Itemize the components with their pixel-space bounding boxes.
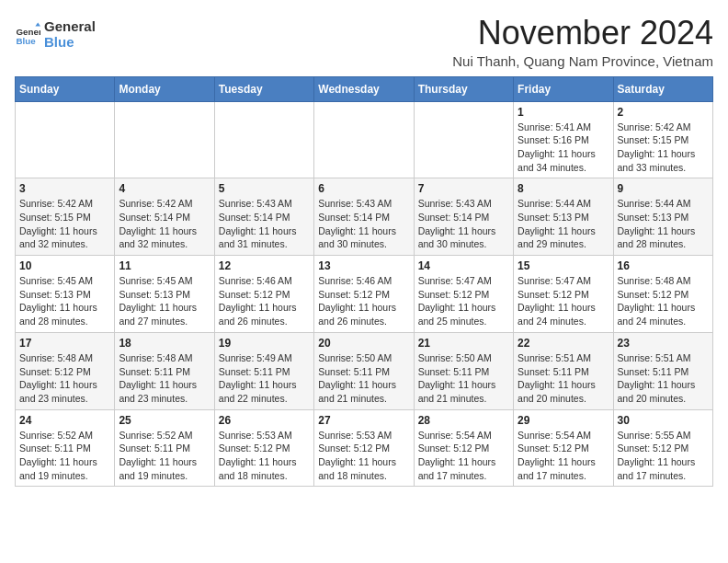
day-info: Sunrise: 5:50 AMSunset: 5:11 PMDaylight:… bbox=[418, 351, 509, 406]
day-info: Sunrise: 5:42 AMSunset: 5:14 PMDaylight:… bbox=[119, 197, 210, 251]
day-info: Sunrise: 5:53 AMSunset: 5:12 PMDaylight:… bbox=[219, 429, 310, 483]
location: Nui Thanh, Quang Nam Province, Vietnam bbox=[452, 53, 713, 69]
calendar-cell: 5Sunrise: 5:43 AMSunset: 5:14 PMDaylight… bbox=[214, 178, 313, 256]
day-info: Sunrise: 5:44 AMSunset: 5:13 PMDaylight:… bbox=[618, 197, 709, 251]
weekday-header-monday: Monday bbox=[115, 76, 214, 101]
day-number: 28 bbox=[418, 414, 509, 427]
day-info: Sunrise: 5:42 AMSunset: 5:15 PMDaylight:… bbox=[19, 197, 110, 251]
day-number: 19 bbox=[219, 337, 310, 350]
day-number: 21 bbox=[418, 337, 509, 350]
day-number: 27 bbox=[318, 414, 409, 427]
day-info: Sunrise: 5:48 AMSunset: 5:12 PMDaylight:… bbox=[618, 274, 709, 328]
calendar-cell: 13Sunrise: 5:46 AMSunset: 5:12 PMDayligh… bbox=[314, 256, 414, 333]
day-info: Sunrise: 5:55 AMSunset: 5:12 PMDaylight:… bbox=[618, 429, 709, 483]
day-number: 25 bbox=[119, 414, 210, 427]
calendar-cell: 17Sunrise: 5:48 AMSunset: 5:12 PMDayligh… bbox=[16, 332, 115, 409]
calendar-cell: 24Sunrise: 5:52 AMSunset: 5:11 PMDayligh… bbox=[16, 409, 115, 487]
day-number: 2 bbox=[618, 106, 709, 119]
calendar-cell bbox=[414, 101, 513, 178]
day-number: 12 bbox=[219, 259, 310, 272]
calendar-cell: 16Sunrise: 5:48 AMSunset: 5:12 PMDayligh… bbox=[613, 256, 712, 333]
day-info: Sunrise: 5:47 AMSunset: 5:12 PMDaylight:… bbox=[518, 274, 609, 328]
day-number: 5 bbox=[219, 182, 310, 195]
day-number: 15 bbox=[518, 259, 609, 272]
day-info: Sunrise: 5:43 AMSunset: 5:14 PMDaylight:… bbox=[219, 197, 310, 251]
weekday-header-saturday: Saturday bbox=[613, 76, 712, 101]
day-number: 4 bbox=[119, 182, 210, 195]
calendar-row: 1Sunrise: 5:41 AMSunset: 5:16 PMDaylight… bbox=[16, 101, 713, 178]
calendar-cell: 9Sunrise: 5:44 AMSunset: 5:13 PMDaylight… bbox=[613, 178, 712, 256]
day-info: Sunrise: 5:42 AMSunset: 5:15 PMDaylight:… bbox=[618, 121, 709, 175]
weekday-header-tuesday: Tuesday bbox=[214, 76, 313, 101]
day-number: 23 bbox=[618, 337, 709, 350]
calendar-cell: 14Sunrise: 5:47 AMSunset: 5:12 PMDayligh… bbox=[414, 256, 513, 333]
day-info: Sunrise: 5:52 AMSunset: 5:11 PMDaylight:… bbox=[19, 429, 110, 483]
weekday-header-row: SundayMondayTuesdayWednesdayThursdayFrid… bbox=[16, 76, 713, 101]
calendar-cell: 2Sunrise: 5:42 AMSunset: 5:15 PMDaylight… bbox=[613, 101, 712, 178]
calendar-cell bbox=[16, 101, 115, 178]
day-info: Sunrise: 5:54 AMSunset: 5:12 PMDaylight:… bbox=[518, 429, 609, 483]
day-info: Sunrise: 5:51 AMSunset: 5:11 PMDaylight:… bbox=[518, 351, 609, 406]
calendar-cell: 19Sunrise: 5:49 AMSunset: 5:11 PMDayligh… bbox=[214, 332, 313, 409]
calendar-cell: 4Sunrise: 5:42 AMSunset: 5:14 PMDaylight… bbox=[115, 178, 214, 256]
day-info: Sunrise: 5:52 AMSunset: 5:11 PMDaylight:… bbox=[119, 429, 210, 483]
calendar-cell: 11Sunrise: 5:45 AMSunset: 5:13 PMDayligh… bbox=[115, 256, 214, 333]
day-number: 14 bbox=[418, 259, 509, 272]
day-number: 1 bbox=[518, 106, 609, 119]
day-info: Sunrise: 5:50 AMSunset: 5:11 PMDaylight:… bbox=[318, 351, 409, 406]
title-block: November 2024 Nui Thanh, Quang Nam Provi… bbox=[452, 15, 713, 69]
calendar-cell: 15Sunrise: 5:47 AMSunset: 5:12 PMDayligh… bbox=[514, 256, 613, 333]
day-info: Sunrise: 5:44 AMSunset: 5:13 PMDaylight:… bbox=[518, 197, 609, 251]
day-number: 16 bbox=[618, 259, 709, 272]
day-number: 30 bbox=[618, 414, 709, 427]
day-number: 3 bbox=[19, 182, 110, 195]
calendar-cell: 26Sunrise: 5:53 AMSunset: 5:12 PMDayligh… bbox=[214, 409, 313, 487]
day-info: Sunrise: 5:45 AMSunset: 5:13 PMDaylight:… bbox=[19, 274, 110, 328]
svg-text:Blue: Blue bbox=[16, 36, 36, 46]
calendar-cell: 12Sunrise: 5:46 AMSunset: 5:12 PMDayligh… bbox=[214, 256, 313, 333]
calendar-cell: 23Sunrise: 5:51 AMSunset: 5:11 PMDayligh… bbox=[613, 332, 712, 409]
logo-general: General bbox=[44, 18, 96, 34]
day-info: Sunrise: 5:49 AMSunset: 5:11 PMDaylight:… bbox=[219, 351, 310, 406]
calendar-cell: 10Sunrise: 5:45 AMSunset: 5:13 PMDayligh… bbox=[16, 256, 115, 333]
weekday-header-friday: Friday bbox=[514, 76, 613, 101]
day-info: Sunrise: 5:45 AMSunset: 5:13 PMDaylight:… bbox=[119, 274, 210, 328]
day-info: Sunrise: 5:47 AMSunset: 5:12 PMDaylight:… bbox=[418, 274, 509, 328]
logo-blue: Blue bbox=[44, 34, 96, 50]
day-info: Sunrise: 5:43 AMSunset: 5:14 PMDaylight:… bbox=[318, 197, 409, 251]
page-header: General Blue General Blue November 2024 … bbox=[15, 15, 713, 69]
day-number: 7 bbox=[418, 182, 509, 195]
calendar-cell bbox=[115, 101, 214, 178]
calendar-cell: 22Sunrise: 5:51 AMSunset: 5:11 PMDayligh… bbox=[514, 332, 613, 409]
calendar-cell: 18Sunrise: 5:48 AMSunset: 5:11 PMDayligh… bbox=[115, 332, 214, 409]
calendar-cell: 28Sunrise: 5:54 AMSunset: 5:12 PMDayligh… bbox=[414, 409, 513, 487]
calendar-cell: 29Sunrise: 5:54 AMSunset: 5:12 PMDayligh… bbox=[514, 409, 613, 487]
svg-marker-2 bbox=[35, 22, 40, 26]
day-number: 20 bbox=[318, 337, 409, 350]
weekday-header-sunday: Sunday bbox=[16, 76, 115, 101]
day-number: 29 bbox=[518, 414, 609, 427]
calendar-row: 3Sunrise: 5:42 AMSunset: 5:15 PMDaylight… bbox=[16, 178, 713, 256]
day-info: Sunrise: 5:53 AMSunset: 5:12 PMDaylight:… bbox=[318, 429, 409, 483]
day-number: 11 bbox=[119, 259, 210, 272]
day-number: 6 bbox=[318, 182, 409, 195]
day-number: 22 bbox=[518, 337, 609, 350]
weekday-header-thursday: Thursday bbox=[414, 76, 513, 101]
day-number: 18 bbox=[119, 337, 210, 350]
calendar-table: SundayMondayTuesdayWednesdayThursdayFrid… bbox=[15, 76, 713, 488]
weekday-header-wednesday: Wednesday bbox=[314, 76, 414, 101]
calendar-row: 10Sunrise: 5:45 AMSunset: 5:13 PMDayligh… bbox=[16, 256, 713, 333]
day-info: Sunrise: 5:48 AMSunset: 5:11 PMDaylight:… bbox=[119, 351, 210, 406]
calendar-cell: 30Sunrise: 5:55 AMSunset: 5:12 PMDayligh… bbox=[613, 409, 712, 487]
day-info: Sunrise: 5:54 AMSunset: 5:12 PMDaylight:… bbox=[418, 429, 509, 483]
logo-icon: General Blue bbox=[15, 21, 40, 47]
calendar-cell: 3Sunrise: 5:42 AMSunset: 5:15 PMDaylight… bbox=[16, 178, 115, 256]
day-number: 9 bbox=[618, 182, 709, 195]
day-number: 17 bbox=[19, 337, 110, 350]
calendar-cell bbox=[314, 101, 414, 178]
calendar-cell: 20Sunrise: 5:50 AMSunset: 5:11 PMDayligh… bbox=[314, 332, 414, 409]
calendar-cell: 7Sunrise: 5:43 AMSunset: 5:14 PMDaylight… bbox=[414, 178, 513, 256]
day-number: 10 bbox=[19, 259, 110, 272]
day-info: Sunrise: 5:48 AMSunset: 5:12 PMDaylight:… bbox=[19, 351, 110, 406]
day-number: 26 bbox=[219, 414, 310, 427]
